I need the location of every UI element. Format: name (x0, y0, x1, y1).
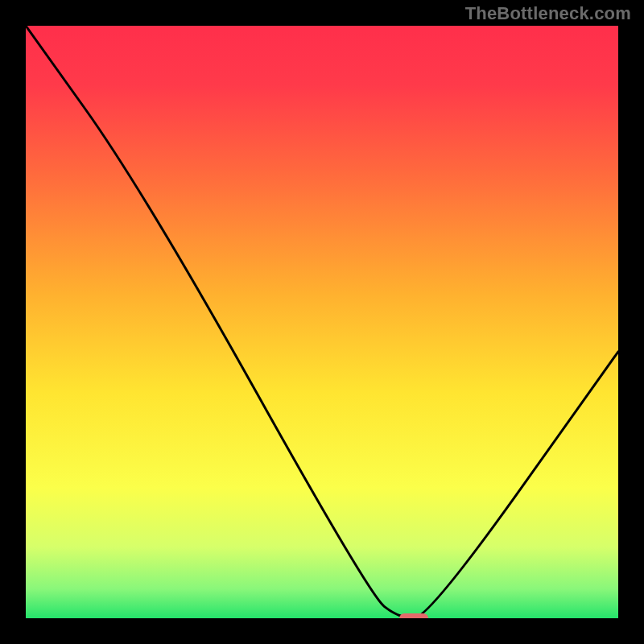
chart-svg (26, 26, 618, 618)
watermark-label: TheBottleneck.com (465, 3, 631, 24)
gradient-background (26, 26, 618, 618)
optimal-marker (399, 613, 428, 618)
plot-area (26, 26, 618, 618)
chart-frame: TheBottleneck.com (0, 0, 644, 644)
